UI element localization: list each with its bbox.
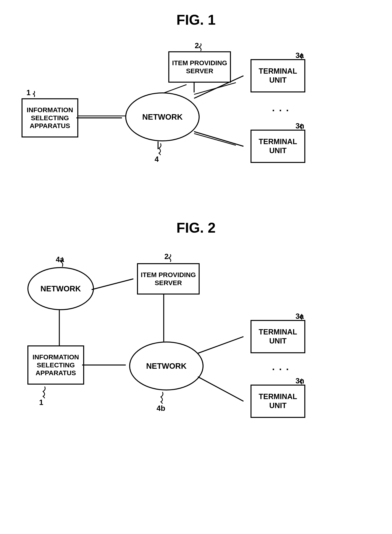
- squiggle-3a-fig2: [298, 314, 305, 320]
- dots-fig1: . . .: [272, 102, 289, 113]
- terminal-3n-box-2: TERMINALUNIT: [251, 385, 305, 418]
- label-1-fig2: 1: [39, 398, 43, 407]
- label-1: 1: [26, 89, 31, 97]
- squiggle-3n: [298, 123, 305, 130]
- figure-2: FIG. 2 NETWORK 4a ITEM PROVIDINGSERVER 2: [16, 220, 376, 443]
- figure-1: FIG. 1 INFORMATIONSELECTINGAPPARATUS: [16, 12, 376, 196]
- network-4b-ellipse: NETWORK: [129, 341, 204, 390]
- item-providing-box-2: ITEM PROVIDINGSERVER: [137, 263, 200, 294]
- squiggle-4b: [159, 391, 166, 404]
- terminal-3a-box: TERMINALUNIT: [251, 59, 305, 92]
- terminal-3n-box: TERMINALUNIT: [251, 130, 305, 163]
- svg-line-14: [198, 377, 243, 401]
- page: FIG. 1 INFORMATIONSELECTINGAPPARATUS: [0, 0, 392, 479]
- svg-line-7: [194, 132, 243, 146]
- dots-fig2: . . .: [272, 361, 289, 373]
- label-4b: 4b: [157, 404, 165, 413]
- fig1-diagram: INFORMATIONSELECTINGAPPARATUS 1 NETWORK …: [16, 40, 376, 196]
- info-selecting-box: INFORMATIONSELECTINGAPPARATUS: [22, 98, 78, 137]
- network-ellipse: NETWORK: [125, 92, 200, 141]
- squiggle-3a: [298, 53, 305, 59]
- svg-line-13: [198, 337, 243, 353]
- item-providing-box: ITEM PROVIDINGSERVER: [168, 51, 231, 83]
- network-4a-ellipse: NETWORK: [27, 267, 94, 310]
- svg-line-10: [92, 279, 133, 290]
- svg-line-3: [194, 133, 236, 145]
- squiggle-1: [30, 90, 38, 98]
- squiggle-4a: [58, 257, 66, 267]
- fig2-title: FIG. 2: [16, 220, 376, 236]
- squiggle-2: [197, 43, 205, 51]
- info-selecting-box-2: INFORMATIONSELECTINGAPPARATUS: [27, 345, 84, 385]
- squiggle-2-fig2: [166, 254, 174, 262]
- fig2-diagram: NETWORK 4a ITEM PROVIDINGSERVER 2 INFORM…: [16, 247, 376, 443]
- fig1-title: FIG. 1: [16, 12, 376, 28]
- squiggle-3n-fig2: [298, 378, 305, 385]
- terminal-3a-box-2: TERMINALUNIT: [251, 320, 305, 353]
- squiggle-1-fig2: [41, 386, 49, 398]
- label-4: 4: [155, 155, 159, 164]
- squiggle-4: [157, 142, 164, 155]
- svg-line-2: [194, 83, 236, 95]
